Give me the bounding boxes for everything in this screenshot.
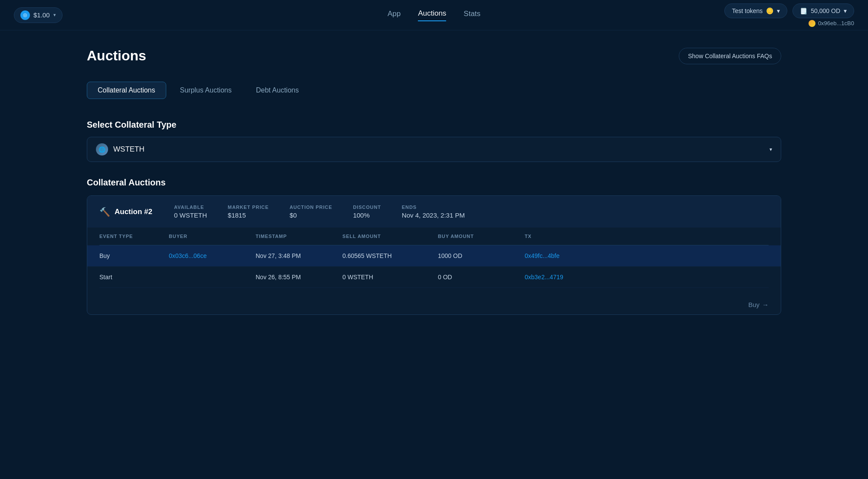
ends-value: Nov 4, 2023, 2:31 PM	[402, 211, 465, 219]
od-icon: 🗒️	[800, 7, 807, 14]
tab-debt-auctions[interactable]: Debt Auctions	[246, 82, 309, 99]
price-icon: ◎	[20, 10, 30, 20]
od-balance-button[interactable]: 🗒️ 50,000 OD ▾	[792, 3, 854, 18]
market-price-value: $1815	[228, 211, 269, 219]
col-buyer: BUYER	[169, 234, 256, 239]
auction-number: 🔨 Auction #2	[99, 207, 160, 217]
auction-price-label: AUCTION PRICE	[289, 205, 332, 210]
cell-buy-amount-2: 0 OD	[438, 274, 525, 281]
page-header: Auctions Show Collateral Auctions FAQs	[87, 48, 781, 64]
collateral-chevron: ▾	[769, 146, 772, 152]
col-timestamp: TIMESTAMP	[256, 234, 342, 239]
auction-stats: AVAILABLE 0 WSTETH MARKET PRICE $1815 AU…	[174, 205, 769, 219]
od-chevron: ▾	[844, 7, 847, 14]
collateral-type-select[interactable]: 🌐 WSTETH ▾	[87, 137, 781, 162]
test-tokens-icon: 🪙	[766, 7, 773, 14]
collateral-select-left: 🌐 WSTETH	[96, 143, 145, 155]
auction-header: 🔨 Auction #2 AVAILABLE 0 WSTETH MARKET P…	[87, 196, 781, 228]
auction-card: 🔨 Auction #2 AVAILABLE 0 WSTETH MARKET P…	[87, 195, 781, 315]
nav-stats[interactable]: Stats	[464, 10, 480, 21]
od-balance: 50,000 OD	[811, 7, 840, 14]
cell-buy-amount-1: 1000 OD	[438, 252, 525, 259]
price-value: $1.00	[33, 11, 50, 19]
cell-event-type-2: Start	[99, 274, 169, 281]
stat-market-price: MARKET PRICE $1815	[228, 205, 269, 219]
stat-ends: ENDS Nov 4, 2023, 2:31 PM	[402, 205, 465, 219]
cell-tx-1[interactable]: 0x49fc...4bfe	[525, 252, 769, 259]
tab-collateral-auctions[interactable]: Collateral Auctions	[87, 82, 166, 99]
discount-label: DISCOUNT	[353, 205, 381, 210]
test-tokens-button[interactable]: Test tokens 🪙 ▾	[724, 3, 787, 18]
test-tokens-label: Test tokens	[732, 7, 763, 14]
wallet-icon	[809, 20, 815, 27]
header: ◎ $1.00 ▾ App Auctions Stats Test tokens…	[0, 0, 868, 30]
header-left: ◎ $1.00 ▾	[14, 7, 62, 23]
auction-name: Auction #2	[115, 208, 152, 216]
cell-tx-2[interactable]: 0xb3e2...4719	[525, 274, 769, 281]
hammer-icon: 🔨	[99, 207, 110, 217]
nav-app[interactable]: App	[388, 10, 401, 21]
cell-buyer-1[interactable]: 0x03c6...06ce	[169, 252, 256, 259]
col-sell-amount: SELL AMOUNT	[342, 234, 438, 239]
cell-event-type-1: Buy	[99, 252, 169, 259]
price-badge[interactable]: ◎ $1.00 ▾	[14, 7, 62, 23]
tab-surplus-auctions[interactable]: Surplus Auctions	[170, 82, 242, 99]
cell-timestamp-2: Nov 26, 8:55 PM	[256, 274, 342, 281]
auction-type-tabs: Collateral Auctions Surplus Auctions Deb…	[87, 82, 781, 99]
table-row: Start Nov 26, 8:55 PM 0 WSTETH 0 OD 0xb3…	[99, 267, 769, 288]
col-buy-amount: BUY AMOUNT	[438, 234, 525, 239]
header-right: Test tokens 🪙 ▾ 🗒️ 50,000 OD ▾ 0x96eb...…	[724, 3, 854, 27]
nav-auctions[interactable]: Auctions	[418, 9, 446, 21]
stat-auction-price: AUCTION PRICE $0	[289, 205, 332, 219]
collateral-type-label: Select Collateral Type	[87, 120, 781, 130]
col-tx: TX	[525, 234, 769, 239]
events-table: EVENT TYPE BUYER TIMESTAMP SELL AMOUNT B…	[87, 228, 781, 295]
wallet-text: 0x96eb...1cB0	[818, 20, 854, 26]
available-label: AVAILABLE	[174, 205, 207, 210]
available-value: 0 WSTETH	[174, 211, 207, 219]
ends-label: ENDS	[402, 205, 465, 210]
buy-button[interactable]: Buy →	[748, 301, 769, 308]
discount-value: 100%	[353, 211, 381, 219]
buy-button-container: Buy →	[87, 295, 781, 314]
auction-price-value: $0	[289, 211, 332, 219]
wallet-address: 0x96eb...1cB0	[809, 20, 854, 27]
price-chevron: ▾	[53, 12, 56, 18]
stat-discount: DISCOUNT 100%	[353, 205, 381, 219]
stat-available: AVAILABLE 0 WSTETH	[174, 205, 207, 219]
table-row: Buy 0x03c6...06ce Nov 27, 3:48 PM 0.6056…	[87, 245, 781, 267]
cell-sell-amount-2: 0 WSTETH	[342, 274, 438, 281]
wsteth-icon: 🌐	[96, 143, 108, 155]
page-title: Auctions	[87, 48, 146, 64]
cell-timestamp-1: Nov 27, 3:48 PM	[256, 252, 342, 259]
main-content: Auctions Show Collateral Auctions FAQs C…	[0, 30, 868, 332]
cell-sell-amount-1: 0.60565 WSTETH	[342, 252, 438, 259]
faq-button[interactable]: Show Collateral Auctions FAQs	[679, 48, 781, 64]
col-event-type: EVENT TYPE	[99, 234, 169, 239]
collateral-selected-value: WSTETH	[113, 145, 145, 154]
buy-arrow: →	[762, 301, 769, 308]
main-nav: App Auctions Stats	[388, 9, 480, 21]
events-table-header: EVENT TYPE BUYER TIMESTAMP SELL AMOUNT B…	[99, 228, 769, 245]
market-price-label: MARKET PRICE	[228, 205, 269, 210]
collateral-auctions-title: Collateral Auctions	[87, 178, 781, 188]
buy-label: Buy	[748, 301, 760, 308]
test-tokens-chevron: ▾	[777, 7, 780, 14]
